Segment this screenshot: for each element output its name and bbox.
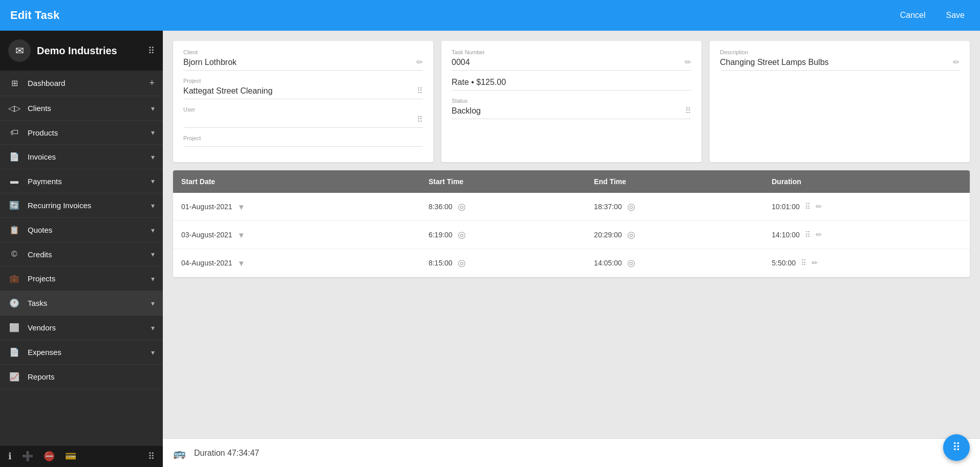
sidebar-item-label: Expenses bbox=[28, 348, 144, 357]
task-number-field: Task Number 0004 ✏ bbox=[452, 49, 691, 71]
cancel-button[interactable]: Cancel bbox=[895, 8, 931, 23]
add-icon[interactable]: + bbox=[149, 78, 155, 88]
edit-icon[interactable]: ✏ bbox=[816, 230, 822, 239]
filter-icon[interactable]: ▼ bbox=[238, 203, 245, 211]
clock-icon[interactable]: ◎ bbox=[458, 201, 466, 212]
save-button[interactable]: Save bbox=[941, 8, 970, 23]
col-duration: Duration bbox=[763, 170, 970, 193]
sidebar-item-invoices[interactable]: 📄 Invoices ▾ bbox=[0, 145, 163, 169]
duration-label: Duration 47:34:47 bbox=[194, 449, 970, 458]
description-label: Description bbox=[720, 49, 960, 55]
chevron-down-icon: ▾ bbox=[151, 348, 155, 357]
table-row: 01-August-2021 ▼ 8:36:00 ◎ bbox=[173, 193, 970, 221]
chevron-down-icon: ▾ bbox=[151, 128, 155, 137]
info-icon[interactable]: ℹ bbox=[8, 451, 12, 462]
reports-icon: 📈 bbox=[8, 372, 20, 382]
clock-icon[interactable]: ◎ bbox=[458, 229, 466, 240]
sidebar-item-clients[interactable]: ◁▷ Clients ▾ bbox=[0, 96, 163, 121]
sidebar-item-projects[interactable]: 💼 Projects ▾ bbox=[0, 266, 163, 291]
sidebar-brand[interactable]: ✉ Demo Industries ⠿ bbox=[0, 31, 163, 71]
bus-icon: 🚌 bbox=[173, 447, 186, 459]
recurring-icon: 🔄 bbox=[8, 201, 20, 210]
user-value: ⠿ bbox=[183, 115, 423, 128]
bottom-bar: 🚌 Duration 47:34:47 ⠿ bbox=[163, 438, 980, 467]
description-card: Description Changing Street Lamps Bulbs … bbox=[710, 41, 970, 162]
sidebar-item-quotes[interactable]: 📋 Quotes ▾ bbox=[0, 218, 163, 242]
edit-icon[interactable]: ✏ bbox=[953, 57, 960, 67]
sidebar-item-label: Payments bbox=[28, 177, 144, 186]
filter-icon[interactable]: ▼ bbox=[238, 259, 245, 268]
sidebar-item-reports[interactable]: 📈 Reports bbox=[0, 365, 163, 389]
description-field: Description Changing Street Lamps Bulbs … bbox=[720, 49, 960, 71]
user-label: User bbox=[183, 106, 423, 113]
cell-start-time: 8:36:00 ◎ bbox=[420, 193, 586, 221]
grid-dots-icon[interactable]: ⠿ bbox=[805, 202, 811, 211]
card-icon[interactable]: 💳 bbox=[65, 451, 76, 462]
col-end-time: End Time bbox=[586, 170, 763, 193]
fab-button[interactable]: ⠿ bbox=[943, 434, 970, 461]
grid-icon[interactable]: ⠿ bbox=[148, 451, 155, 462]
credits-icon: © bbox=[8, 250, 20, 259]
filter-icon[interactable]: ▼ bbox=[238, 231, 245, 239]
topbar: Edit Task Cancel Save bbox=[0, 0, 980, 31]
invoices-icon: 📄 bbox=[8, 152, 20, 162]
chevron-down-icon: ▾ bbox=[151, 104, 155, 113]
tasks-icon: 🕐 bbox=[8, 298, 20, 308]
grid-dots-icon[interactable]: ⠿ bbox=[801, 258, 806, 268]
sidebar-item-recurring-invoices[interactable]: 🔄 Recurring Invoices ▾ bbox=[0, 193, 163, 218]
sidebar-item-label: Quotes bbox=[28, 226, 144, 234]
project-value: Kattegat Street Cleaning ⠿ bbox=[183, 86, 423, 99]
client-card: Client Bjorn Lothbrok ✏ Project Kattegat… bbox=[173, 41, 433, 162]
sidebar-item-credits[interactable]: © Credits ▾ bbox=[0, 242, 163, 266]
stop-icon[interactable]: ⛔ bbox=[44, 451, 55, 462]
sidebar-item-tasks[interactable]: 🕐 Tasks ▾ bbox=[0, 291, 163, 316]
clock-icon[interactable]: ◎ bbox=[458, 257, 466, 269]
cell-end-time: 18:37:00 ◎ bbox=[586, 193, 763, 221]
grid-dots-icon[interactable]: ⠿ bbox=[685, 106, 691, 116]
status-value: Backlog ⠿ bbox=[452, 106, 691, 119]
sidebar-item-vendors[interactable]: ⬜ Vendors ▾ bbox=[0, 316, 163, 340]
clock-icon[interactable]: ◎ bbox=[627, 201, 635, 212]
edit-icon[interactable]: ✏ bbox=[812, 258, 818, 268]
cell-start-date: 04-August-2021 ▼ bbox=[173, 249, 420, 277]
grid-dots-icon[interactable]: ⠿ bbox=[417, 86, 423, 96]
chevron-down-icon: ▾ bbox=[151, 177, 155, 185]
sidebar-item-expenses[interactable]: 📄 Expenses ▾ bbox=[0, 340, 163, 365]
edit-icon[interactable]: ✏ bbox=[685, 57, 691, 67]
clock-icon[interactable]: ◎ bbox=[627, 229, 635, 240]
products-icon: 🏷 bbox=[8, 128, 20, 137]
edit-icon[interactable]: ✏ bbox=[816, 202, 822, 211]
grid-dots-icon[interactable]: ⠿ bbox=[805, 230, 811, 239]
chevron-down-icon: ▾ bbox=[151, 250, 155, 258]
expenses-icon: 📄 bbox=[8, 347, 20, 357]
cell-duration: 14:10:00 ⠿ ✏ bbox=[763, 221, 970, 249]
add-circle-icon[interactable]: ➕ bbox=[22, 451, 33, 462]
edit-icon[interactable]: ✏ bbox=[416, 57, 423, 67]
grid-dots-icon[interactable]: ⠿ bbox=[417, 115, 423, 124]
cell-duration: 5:50:00 ⠿ ✏ bbox=[763, 249, 970, 277]
sidebar-item-label: Projects bbox=[28, 274, 144, 283]
sidebar-item-label: Tasks bbox=[28, 299, 144, 307]
description-value: Changing Street Lamps Bulbs ✏ bbox=[720, 57, 960, 71]
task-number-value: 0004 ✏ bbox=[452, 57, 691, 71]
cell-start-time: 8:15:00 ◎ bbox=[420, 249, 586, 277]
project-field: Project Kattegat Street Cleaning ⠿ bbox=[183, 78, 423, 99]
grid-icon[interactable]: ⠿ bbox=[148, 45, 155, 56]
task-card: Task Number 0004 ✏ Rate • $125.00 Status… bbox=[441, 41, 701, 162]
task-number-label: Task Number bbox=[452, 49, 691, 55]
sidebar-item-payments[interactable]: ▬ Payments ▾ bbox=[0, 169, 163, 193]
project-label: Project bbox=[183, 78, 423, 84]
sidebar-item-dashboard[interactable]: ⊞ Dashboard + bbox=[0, 71, 163, 96]
clock-icon[interactable]: ◎ bbox=[627, 257, 635, 269]
main-layout: ✉ Demo Industries ⠿ ⊞ Dashboard + ◁▷ Cli… bbox=[0, 31, 980, 467]
project2-value bbox=[183, 143, 423, 147]
user-field: User ⠿ bbox=[183, 106, 423, 128]
table-row: 04-August-2021 ▼ 8:15:00 ◎ bbox=[173, 249, 970, 277]
sidebar: ✉ Demo Industries ⠿ ⊞ Dashboard + ◁▷ Cli… bbox=[0, 31, 163, 467]
col-start-time: Start Time bbox=[420, 170, 586, 193]
sidebar-item-label: Reports bbox=[28, 372, 155, 381]
sidebar-item-products[interactable]: 🏷 Products ▾ bbox=[0, 121, 163, 145]
clients-icon: ◁▷ bbox=[8, 103, 20, 113]
topbar-actions: Cancel Save bbox=[895, 8, 970, 23]
table-row: 03-August-2021 ▼ 6:19:00 ◎ bbox=[173, 221, 970, 249]
